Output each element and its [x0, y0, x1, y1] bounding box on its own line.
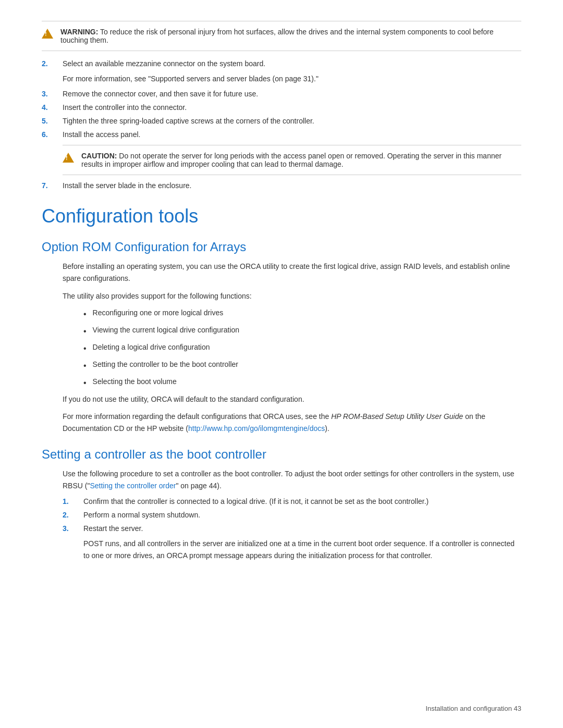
boot-step-1-content: Confirm that the controller is connected…: [83, 497, 521, 505]
step-7: 7. Install the server blade in the enclo…: [42, 181, 521, 190]
boot-step-1-num: 1.: [63, 497, 83, 505]
orca-intro1: Before installing an operating system, y…: [63, 261, 521, 285]
caution-box: CAUTION: Do not operate the server for l…: [63, 145, 521, 175]
orca-bullets: Reconfiguring one or more logical drives…: [83, 307, 521, 389]
boot-step-3-num: 3.: [63, 524, 83, 533]
step-2: 2. Select an available mezzanine connect…: [42, 59, 521, 68]
warning-text: To reduce the risk of personal injury fr…: [60, 28, 494, 44]
warning-content: WARNING: To reduce the risk of personal …: [60, 28, 521, 44]
step-6-num: 6.: [42, 130, 63, 139]
bullet-2: Viewing the current logical drive config…: [83, 325, 521, 338]
warning-label: WARNING:: [60, 28, 98, 36]
subsection1-title: Option ROM Configuration for Arrays: [42, 240, 521, 254]
warning-icon: [42, 29, 53, 39]
install-steps-3-6: 3. Remove the connector cover, and then …: [42, 90, 521, 139]
bullet-5: Selecting the boot volume: [83, 376, 521, 389]
bullet-3: Deleting a logical drive configuration: [83, 342, 521, 355]
step-7-content: Install the server blade in the enclosur…: [63, 181, 521, 190]
orca-default-note: If you do not use the utility, ORCA will…: [63, 393, 521, 405]
caution-text: Do not operate the server for long perio…: [81, 152, 501, 168]
caution-content: CAUTION: Do not operate the server for l…: [81, 152, 521, 168]
boot-steps-list: 1. Confirm that the controller is connec…: [63, 497, 521, 533]
step-2-text: Select an available mezzanine connector …: [63, 59, 265, 68]
bullet-4: Setting the controller to be the boot co…: [83, 359, 521, 372]
step-4: 4. Insert the controller into the connec…: [42, 103, 521, 112]
boot-step-3-content: Restart the server.: [83, 524, 521, 533]
orca-section: Before installing an operating system, y…: [63, 261, 521, 435]
caution-icon: [63, 153, 74, 163]
step-2-content: Select an available mezzanine connector …: [63, 59, 521, 68]
boot-controller-section: Use the following procedure to set a con…: [63, 468, 521, 561]
step-3: 3. Remove the connector cover, and then …: [42, 90, 521, 98]
bullet-1: Reconfiguring one or more logical drives: [83, 307, 521, 320]
step-2-num: 2.: [42, 59, 63, 68]
orca-intro2: The utility also provides support for th…: [63, 290, 521, 302]
controller-order-link[interactable]: Setting the controller order: [90, 482, 176, 490]
orca-more-info-post: ).: [325, 424, 329, 433]
step-3-content: Remove the connector cover, and then sav…: [63, 90, 521, 98]
footer-page-num: 43: [514, 705, 521, 712]
step-4-content: Insert the controller into the connector…: [63, 103, 521, 112]
boot-step-3: 3. Restart the server.: [63, 524, 521, 533]
page-footer: Installation and configuration 43: [425, 705, 521, 712]
boot-step-3-subtext: POST runs, and all controllers in the se…: [83, 538, 521, 561]
step-6-content: Install the access panel.: [63, 130, 521, 139]
step-6: 6. Install the access panel.: [42, 130, 521, 139]
step-5-num: 5.: [42, 117, 63, 125]
boot-controller-intro: Use the following procedure to set a con…: [63, 468, 521, 492]
section-title: Configuration tools: [42, 205, 521, 227]
subsection2-title: Setting a controller as the boot control…: [42, 447, 521, 462]
orca-more-info: For more information regarding the defau…: [63, 411, 521, 435]
footer-text: Installation and configuration: [425, 705, 512, 712]
step-3-num: 3.: [42, 90, 63, 98]
boot-step-2: 2. Perform a normal system shutdown.: [63, 511, 521, 519]
step-7-num: 7.: [42, 181, 63, 190]
step-2-subtext: For more information, see "Supported ser…: [63, 73, 521, 84]
orca-link[interactable]: http://www.hp.com/go/ilomgmtengine/docs: [188, 424, 325, 433]
step-5: 5. Tighten the three spring-loaded capti…: [42, 117, 521, 125]
step-5-content: Tighten the three spring-loaded captive …: [63, 117, 521, 125]
warning-box: WARNING: To reduce the risk of personal …: [42, 21, 521, 51]
step-7-list: 7. Install the server blade in the enclo…: [42, 181, 521, 190]
boot-step-2-num: 2.: [63, 511, 83, 519]
caution-label: CAUTION:: [81, 152, 117, 160]
step-4-num: 4.: [42, 103, 63, 112]
install-steps-list: 2. Select an available mezzanine connect…: [42, 59, 521, 68]
boot-step-2-content: Perform a normal system shutdown.: [83, 511, 521, 519]
boot-step-1: 1. Confirm that the controller is connec…: [63, 497, 521, 505]
orca-more-info-pre: For more information regarding the defau…: [63, 412, 331, 421]
orca-more-info-italic: HP ROM-Based Setup Utility User Guide: [331, 412, 463, 421]
